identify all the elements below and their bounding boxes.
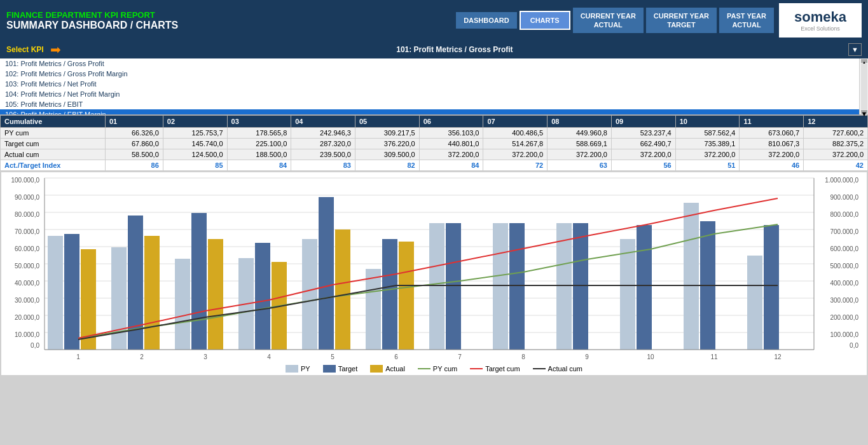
kpi-item-105[interactable]: 105: Profit Metrics / EBIT [0, 99, 859, 109]
bar-target-6 [382, 239, 397, 350]
svg-text:10.000,0: 10.000,0 [15, 331, 39, 338]
kpi-dropdown-button[interactable]: ▼ [848, 43, 862, 56]
legend-target: Target [323, 365, 358, 373]
bar-target-12 [764, 225, 779, 350]
actual-cum-label: Actual cum [1, 149, 106, 160]
bar-target-8 [509, 223, 525, 350]
col-header-09: 09 [611, 116, 675, 128]
col-header-02: 02 [163, 116, 227, 128]
bar-actual-3 [208, 239, 223, 350]
svg-text:1.000.000,0: 1.000.000,0 [825, 177, 858, 184]
charts-button[interactable]: CHARTS [520, 11, 570, 30]
header-title: FINANCE DEPARTMENT KPI REPORT SUMMARY DA… [6, 10, 178, 31]
cumulative-table: Cumulative 01 02 03 04 05 06 07 08 09 10… [0, 115, 868, 171]
bar-target-9 [573, 223, 588, 350]
table-row-py-cum: PY cum 66.326,0125.753,7178.565,8242.946… [1, 128, 868, 139]
col-header-07: 07 [483, 116, 548, 128]
chart-section: 100.000,0 90.000,0 80.000,0 70.000,0 60.… [1, 172, 867, 375]
bar-py-11 [684, 203, 699, 350]
legend-actual: Actual [370, 365, 405, 373]
col-header-04: 04 [291, 116, 355, 128]
svg-text:90.000,0: 90.000,0 [15, 194, 39, 201]
col-header-11: 11 [740, 116, 804, 128]
kpi-item-103[interactable]: 103: Profit Metrics / Net Profit [0, 79, 859, 89]
svg-text:0,0: 0,0 [31, 342, 39, 349]
legend-target-color [323, 365, 336, 373]
legend-actual-cum-label: Actual cum [548, 365, 582, 373]
legend-actual-color [370, 365, 383, 373]
bar-py-3 [175, 259, 190, 350]
svg-text:800.000,0: 800.000,0 [830, 211, 859, 218]
bar-target-4 [255, 243, 270, 350]
kpi-select-bar: Select KPI ➡ 101: Profit Metrics / Gross… [0, 41, 868, 58]
logo-sub: Excel Solutions [801, 25, 840, 32]
kpi-list-section: 101: Profit Metrics / Gross Profit 102: … [0, 58, 868, 115]
bar-py-5 [302, 239, 317, 350]
svg-text:6: 6 [394, 353, 398, 360]
cell: 66.326,0 [105, 128, 163, 139]
bar-target-7 [446, 223, 461, 350]
col-header-03: 03 [227, 116, 291, 128]
svg-text:100.000,0: 100.000,0 [11, 177, 40, 184]
current-year-target-button[interactable]: CURRENT YEARTARGET [646, 8, 717, 34]
kpi-item-104[interactable]: 104: Profit Metrics / Net Profit Margin [0, 89, 859, 99]
bar-py-2 [111, 247, 127, 350]
legend-target-label: Target [338, 365, 358, 373]
svg-text:1: 1 [76, 353, 80, 360]
select-kpi-label: Select KPI [6, 45, 44, 54]
bar-py-12 [747, 256, 762, 350]
bar-actual-5 [335, 229, 350, 350]
table-row-actual-cum: Actual cum 58.500,0124.500,0188.500,0239… [1, 149, 868, 160]
logo: someka Excel Solutions [779, 3, 862, 38]
col-header-10: 10 [675, 116, 740, 128]
bar-py-8 [493, 223, 508, 350]
main-chart: 100.000,0 90.000,0 80.000,0 70.000,0 60.… [6, 175, 862, 362]
legend-target-cum: Target cum [470, 365, 520, 373]
legend-target-cum-label: Target cum [485, 365, 520, 373]
kpi-item-102[interactable]: 102: Profit Metrics / Gross Profit Margi… [0, 69, 859, 79]
py-cum-label: PY cum [1, 128, 106, 139]
kpi-selected-value: 101: Profit Metrics / Gross Profit [67, 45, 842, 54]
svg-text:300.000,0: 300.000,0 [830, 297, 859, 304]
svg-text:0,0: 0,0 [850, 342, 858, 349]
col-header-01: 01 [105, 116, 163, 128]
bar-actual-2 [144, 236, 160, 350]
svg-text:600.000,0: 600.000,0 [830, 245, 859, 252]
current-year-actual-button[interactable]: CURRENT YEARACTUAL [573, 8, 644, 34]
dashboard-button[interactable]: DASHBOARD [456, 12, 517, 29]
svg-text:900.000,0: 900.000,0 [830, 194, 859, 201]
legend-py-color [286, 365, 298, 373]
bar-py-1 [48, 236, 63, 350]
legend-actual-cum-icon [533, 365, 546, 373]
report-title-line2: SUMMARY DASHBOARD / CHARTS [6, 20, 178, 31]
svg-text:2: 2 [140, 353, 144, 360]
col-header-05: 05 [355, 116, 419, 128]
svg-text:5: 5 [331, 353, 334, 360]
legend-actual-label: Actual [385, 365, 405, 373]
svg-text:70.000,0: 70.000,0 [15, 228, 39, 235]
legend-target-cum-icon [470, 365, 483, 373]
kpi-item-106[interactable]: 106: Profit Metrics / EBIT Margin [0, 109, 859, 114]
svg-text:500.000,0: 500.000,0 [830, 263, 859, 270]
bar-py-6 [366, 269, 381, 350]
arrow-icon: ➡ [50, 42, 61, 57]
past-year-actual-button[interactable]: PAST YEARACTUAL [719, 8, 774, 34]
svg-text:20.000,0: 20.000,0 [15, 314, 39, 321]
bar-target-1 [64, 234, 79, 350]
svg-text:700.000,0: 700.000,0 [830, 228, 859, 235]
svg-text:400.000,0: 400.000,0 [830, 280, 859, 287]
legend-actual-cum: Actual cum [533, 365, 582, 373]
svg-text:3: 3 [203, 353, 207, 360]
kpi-list[interactable]: 101: Profit Metrics / Gross Profit 102: … [0, 58, 859, 114]
header: FINANCE DEPARTMENT KPI REPORT SUMMARY DA… [0, 0, 868, 41]
bar-target-5 [319, 197, 334, 350]
col-header-cumulative: Cumulative [1, 116, 106, 128]
svg-text:10: 10 [647, 353, 654, 360]
target-cum-label: Target cum [1, 139, 106, 149]
kpi-item-101[interactable]: 101: Profit Metrics / Gross Profit [0, 58, 859, 69]
bar-target-3 [191, 213, 207, 350]
legend-py-cum: PY cum [418, 365, 457, 373]
svg-text:8: 8 [521, 353, 525, 360]
svg-text:40.000,0: 40.000,0 [15, 280, 39, 287]
kpi-scrollbar[interactable]: ▲ ▼ [859, 58, 868, 114]
